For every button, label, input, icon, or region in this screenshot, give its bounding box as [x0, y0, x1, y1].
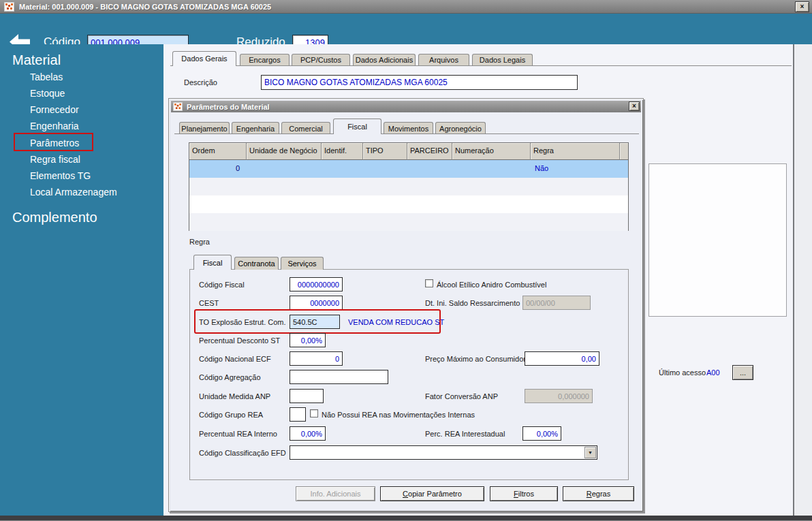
- grid-row-empty: [189, 213, 628, 231]
- percentual-rea-interno-label: Percentual REA Interno: [199, 430, 277, 438]
- codigo-agregacao-input[interactable]: [290, 370, 388, 384]
- efd-selected-value: [290, 449, 293, 457]
- window-frame-band: [794, 44, 812, 516]
- sidebar-item-engenharia[interactable]: Engenharia: [30, 121, 79, 131]
- codigo-classificacao-efd-select[interactable]: ▼: [290, 445, 597, 460]
- perc-rea-interestadual-input[interactable]: [522, 426, 561, 441]
- tab-strip-line: [170, 65, 792, 66]
- ultimo-acesso-value: A00: [706, 368, 720, 377]
- info-adicionais-button: Info. Adicionais: [296, 486, 375, 501]
- ultimo-acesso-label: Último acesso: [659, 368, 706, 377]
- percentual-desconto-st-input[interactable]: [290, 333, 326, 347]
- window-close-button[interactable]: ×: [795, 1, 809, 12]
- descricao-input[interactable]: [261, 75, 578, 90]
- dt-ini-saldo-input: [522, 296, 591, 310]
- dialog-tab-agronegocio[interactable]: Agronegócio: [435, 122, 486, 134]
- dialog-titlebar: Parâmetros do Material: [171, 101, 641, 112]
- dt-ini-saldo-label: Dt. Ini. Saldo Ressarcimento: [425, 299, 520, 307]
- percentual-rea-interno-input[interactable]: [290, 426, 326, 441]
- col-numeracao[interactable]: Numeração: [452, 143, 531, 160]
- subtab-contranota[interactable]: Contranota: [234, 257, 279, 270]
- sidebar-item-regra-fiscal[interactable]: Regra fiscal: [30, 154, 80, 165]
- regra-section-label: Regra: [189, 238, 210, 246]
- sidebar-item-local-armazenagem[interactable]: Local Armazenagem: [30, 187, 117, 198]
- codigo-grupo-rea-label: Código Grupo REA: [199, 411, 263, 419]
- perc-rea-interestadual-label: Perc. REA Interestadual: [425, 430, 505, 438]
- unidade-medida-anp-label: Unidade Medida ANP: [199, 392, 270, 400]
- codigo-agregacao-label: Código Agregação: [199, 373, 261, 381]
- codigo-grupo-rea-input[interactable]: [290, 407, 306, 422]
- grid-row-empty: [189, 178, 628, 195]
- fator-conversao-anp-input: [525, 389, 593, 403]
- parametros-dialog: Parâmetros do Material × Planejamento En…: [168, 98, 644, 512]
- col-unidade[interactable]: Unidade de Negócio: [247, 143, 322, 160]
- dialog-title: Parâmetros do Material: [187, 103, 270, 111]
- codigo-fiscal-input[interactable]: [290, 277, 343, 291]
- preco-maximo-input[interactable]: [525, 351, 599, 366]
- col-tipo[interactable]: TIPO: [363, 143, 407, 160]
- ultimo-acesso-browse-button[interactable]: ...: [732, 365, 753, 380]
- regras-button[interactable]: Regras: [563, 486, 634, 501]
- parametros-grid: Ordem Unidade de Negócio Identif. TIPO P…: [189, 142, 629, 231]
- codigo-nacional-ecf-input[interactable]: [290, 351, 343, 366]
- highlight-box-parametros: [14, 133, 93, 151]
- window-bottom-edge: [0, 516, 812, 521]
- nao-possui-rea-checkbox[interactable]: [310, 409, 318, 417]
- nao-possui-rea-label: Não Possui REA nas Movimentações Interna…: [322, 411, 475, 419]
- grid-row-selected[interactable]: 0 Não: [189, 160, 628, 178]
- dialog-tab-fiscal[interactable]: Fiscal: [333, 119, 381, 134]
- codigo-classificacao-efd-label: Código Classificação EFD: [199, 449, 286, 457]
- tab-dados-gerais[interactable]: Dados Gerais: [172, 51, 236, 66]
- cell-regra: Não: [531, 160, 620, 178]
- tab-dados-adicionais[interactable]: Dados Adicionais: [353, 54, 416, 66]
- dialog-tab-engenharia[interactable]: Engenharia: [232, 122, 279, 134]
- sidebar: Material Tabelas Estoque Fornecedor Enge…: [0, 44, 163, 516]
- tab-encargos[interactable]: Encargos: [240, 54, 290, 66]
- copiar-parametro-button[interactable]: Copiar Parâmetro: [380, 486, 484, 501]
- app-window: Material: 001.000.009 - BICO MAGNO GOTAS…: [0, 0, 812, 521]
- window-titlebar: Material: 001.000.009 - BICO MAGNO GOTAS…: [0, 0, 812, 14]
- tab-dados-legais[interactable]: Dados Legais: [472, 54, 533, 66]
- grid-header-row: Ordem Unidade de Negócio Identif. TIPO P…: [189, 143, 628, 160]
- regra-groupbox: Fiscal Contranota Serviços Código Fiscal…: [189, 269, 629, 480]
- col-parceiro[interactable]: PARCEIRO: [407, 143, 452, 160]
- topbar: Código ... Reduzido: [0, 14, 812, 44]
- sidebar-item-elementos-tg[interactable]: Elementos TG: [30, 170, 91, 181]
- sidebar-item-estoque[interactable]: Estoque: [30, 88, 65, 99]
- dialog-tab-movimentos[interactable]: Movimentos: [384, 122, 433, 134]
- highlight-box-to-explosao: [194, 309, 441, 334]
- window-title: Material: 001.000.009 - BICO MAGNO GOTAS…: [19, 3, 271, 11]
- descricao-label: Descrição: [184, 78, 217, 86]
- dialog-tab-strip-line: [174, 133, 639, 134]
- preco-maximo-label: Preço Máximo ao Consumidor: [425, 355, 526, 363]
- unidade-medida-anp-input[interactable]: [290, 389, 324, 403]
- alcool-checkbox[interactable]: [425, 279, 433, 287]
- image-preview-box: [649, 163, 787, 317]
- cest-label: CEST: [199, 299, 219, 307]
- sidebar-item-tabelas[interactable]: Tabelas: [30, 72, 63, 82]
- cell-ordem: 0: [189, 160, 247, 178]
- sidebar-section-material: Material: [12, 52, 61, 68]
- dialog-close-button[interactable]: ×: [629, 101, 640, 111]
- dialog-icon: [173, 102, 183, 111]
- subtab-servicos[interactable]: Serviços: [281, 257, 324, 270]
- alcool-label: Álcool Etílico Anidro Combustível: [437, 281, 546, 289]
- tab-arquivos[interactable]: Arquivos: [418, 54, 469, 66]
- filtros-button[interactable]: Filtros: [490, 486, 558, 501]
- col-ordem[interactable]: Ordem: [189, 143, 247, 160]
- app-logo-icon: [4, 2, 14, 12]
- dropdown-arrow-icon[interactable]: ▼: [584, 447, 596, 458]
- col-identif[interactable]: Identif.: [322, 143, 363, 160]
- fator-conversao-anp-label: Fator Conversão ANP: [425, 392, 498, 400]
- cest-input[interactable]: [290, 296, 343, 310]
- sidebar-section-complemento: Complemento: [12, 210, 97, 225]
- col-extra: [620, 143, 628, 160]
- col-regra[interactable]: Regra: [531, 143, 620, 160]
- sidebar-item-fornecedor[interactable]: Fornecedor: [30, 104, 79, 115]
- subtab-fiscal[interactable]: Fiscal: [193, 255, 232, 270]
- tab-pcp-custos[interactable]: PCP/Custos: [292, 54, 350, 66]
- dialog-tab-planejamento[interactable]: Planejamento: [179, 122, 230, 134]
- codigo-fiscal-label: Código Fiscal: [199, 281, 245, 289]
- dialog-tab-comercial[interactable]: Comercial: [281, 122, 330, 134]
- percentual-desconto-st-label: Percentual Desconto ST: [199, 336, 280, 345]
